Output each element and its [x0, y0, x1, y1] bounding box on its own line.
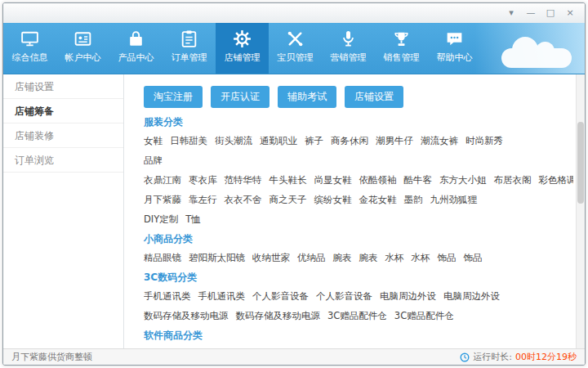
category-link[interactable]: 3C赠品配件仓	[327, 310, 387, 321]
category-row: 女鞋日韩甜美街头潮流通勤职业裤子商务休闲潮男牛仔潮流女裤时尚新秀	[144, 134, 573, 146]
category-link[interactable]: 彩色格调	[539, 174, 574, 186]
category-link[interactable]: 数码存储及移动电源	[144, 310, 229, 321]
microphone-icon	[338, 29, 359, 49]
category-link[interactable]: 水杯	[412, 252, 430, 263]
category-link[interactable]: 金花女鞋	[359, 194, 397, 205]
nav-item-shop-management[interactable]: 店铺管理	[216, 23, 269, 74]
category-link[interactable]: 品牌	[144, 155, 163, 166]
toolbar-button-shop-certification[interactable]: 开店认证	[211, 86, 270, 108]
category-row: 品牌	[144, 154, 573, 166]
category-link[interactable]: 东方大小姐	[439, 174, 487, 186]
nav-item-sales-management[interactable]: 销售管理	[375, 23, 428, 74]
titlebar: ▾ — □ ×	[3, 3, 585, 23]
minimize-button[interactable]: —	[521, 6, 541, 20]
toolbar-button-taobao-register[interactable]: 淘宝注册	[144, 86, 203, 108]
nav-item-label: 产品中心	[118, 52, 154, 64]
tools-icon	[285, 29, 305, 49]
category-link[interactable]: 潮男牛仔	[376, 135, 413, 146]
category-link[interactable]: 水杯	[385, 252, 404, 263]
category-link[interactable]: 牛头鞋长	[270, 174, 307, 186]
main-nav: 综合信息帐户中心产品中心订单管理店铺管理宝贝管理营销管理销售管理帮助中心	[3, 23, 585, 74]
category-link[interactable]: 尚显女鞋	[314, 174, 352, 186]
category-link[interactable]: 优纳品	[297, 252, 326, 263]
nav-item-account-center[interactable]: 帐户中心	[56, 23, 109, 74]
category-link[interactable]: 个人影音设备	[316, 290, 372, 302]
statusbar: 月下紫藤供货商整顿 运行时长: 00时12分19秒	[3, 348, 585, 365]
category-row: DIY定制T恤	[144, 213, 573, 225]
category-link[interactable]: 商之天子	[270, 194, 307, 205]
sidebar-item-order-browse[interactable]: 订单浏览	[3, 148, 123, 173]
category-link[interactable]: 饰品	[464, 252, 483, 263]
category-link[interactable]: 布居衣阁	[494, 174, 532, 186]
category-link[interactable]: 缤纷女鞋	[314, 194, 352, 205]
category-link[interactable]: 电脑周边外设	[443, 290, 500, 302]
nav-item-label: 销售管理	[384, 52, 420, 64]
sidebar-item-shop-decoration[interactable]: 店铺装修	[3, 123, 123, 148]
nav-item-label: 店铺管理	[225, 52, 261, 64]
category-row: 数码存储及移动电源数码存储及移动电源3C赠品配件仓3C赠品配件仓	[144, 309, 573, 321]
status-message: 月下紫藤供货商整顿	[11, 351, 92, 363]
category-link[interactable]: 饰品	[438, 252, 457, 263]
category-row: 软件类软件类	[144, 348, 573, 348]
toolbar-button-shop-settings[interactable]: 店铺设置	[345, 86, 403, 108]
category-link[interactable]: 时尚新秀	[466, 135, 503, 146]
dropdown-button[interactable]: ▾	[501, 6, 521, 20]
sidebar-item-shop-settings[interactable]: 店铺设置	[3, 74, 123, 99]
category-link[interactable]: 精品眼镜	[144, 252, 181, 263]
nav-item-product-center[interactable]: 产品中心	[109, 23, 163, 74]
category-link[interactable]: 枣衣库	[189, 174, 217, 186]
runtime-value: 00时12分19秒	[515, 351, 577, 363]
content-area: 店铺设置店铺筹备店铺装修订单浏览 淘宝注册开店认证辅助考试店铺设置 服装分类女鞋…	[3, 74, 585, 348]
category-link[interactable]: 街头潮流	[215, 135, 252, 146]
nav-item-label: 订单管理	[172, 52, 207, 64]
clipboard-icon	[179, 29, 199, 49]
sidebar: 店铺设置店铺筹备店铺装修订单浏览	[3, 74, 124, 348]
id-card-icon	[73, 29, 93, 49]
category-link[interactable]: 手机通讯类	[198, 290, 246, 302]
category-link[interactable]: 月下紫藤	[144, 194, 181, 205]
category-link[interactable]: 通勤职业	[260, 135, 297, 146]
nav-item-label: 帮助中心	[437, 52, 473, 64]
runtime-indicator: 运行时长: 00时12分19秒	[460, 351, 577, 363]
close-button[interactable]: ×	[560, 6, 580, 20]
maximize-button[interactable]: □	[541, 6, 560, 20]
category-link[interactable]: 收纳世家	[252, 252, 290, 263]
category-link[interactable]: 日韩甜美	[170, 135, 207, 146]
category-link[interactable]: 靠左行	[189, 194, 217, 205]
category-link[interactable]: 酷牛客	[404, 174, 433, 186]
content-scrollbar[interactable]	[576, 74, 585, 348]
nav-item-marketing-management[interactable]: 营销管理	[322, 23, 375, 74]
category-link[interactable]: DIY定制	[144, 213, 178, 225]
category-link[interactable]: 3C赠品配件仓	[394, 310, 454, 321]
toolbar-button-assist-exam[interactable]: 辅助考试	[278, 86, 336, 108]
category-link[interactable]: 裤子	[305, 135, 323, 146]
category-link[interactable]: 墨韵	[404, 194, 423, 205]
category-link[interactable]: 碧阳斯太阳镜	[189, 252, 245, 263]
category-link[interactable]: 商务休闲	[331, 135, 368, 146]
nav-item-help-center[interactable]: 帮助中心	[428, 23, 481, 74]
category-link[interactable]: 电脑周边外设	[380, 290, 436, 302]
category-link[interactable]: 个人影音设备	[252, 290, 309, 302]
monitor-icon	[20, 29, 40, 49]
category-link[interactable]: 腕表	[333, 252, 352, 263]
category-link[interactable]: 依酷领袖	[359, 174, 397, 186]
category-link[interactable]: 数码存储及移动电源	[236, 310, 321, 321]
category-sections: 服装分类女鞋日韩甜美街头潮流通勤职业裤子商务休闲潮男牛仔潮流女裤时尚新秀品牌衣鼎…	[144, 116, 573, 348]
sidebar-item-shop-preparation[interactable]: 店铺筹备	[3, 99, 123, 123]
nav-item-comprehensive-info[interactable]: 综合信息	[3, 23, 56, 74]
category-link[interactable]: 女鞋	[144, 135, 163, 146]
category-link[interactable]: 九州劲狐狸	[430, 194, 478, 205]
chat-icon	[444, 29, 465, 49]
category-link[interactable]: 手机通讯类	[144, 290, 191, 302]
category-link[interactable]: 范特华特	[225, 174, 262, 186]
category-link[interactable]: 衣鼎江南	[144, 174, 181, 186]
category-link[interactable]: T恤	[185, 213, 201, 225]
category-link[interactable]: 腕表	[359, 252, 378, 263]
category-link[interactable]: 潮流女裤	[421, 135, 458, 146]
nav-item-order-management[interactable]: 订单管理	[163, 23, 216, 74]
main-panel: 淘宝注册开店认证辅助考试店铺设置 服装分类女鞋日韩甜美街头潮流通勤职业裤子商务休…	[124, 74, 585, 348]
category-row: 月下紫藤靠左行衣衣不舍商之天子缤纷女鞋金花女鞋墨韵九州劲狐狸	[144, 193, 573, 205]
category-link[interactable]: 衣衣不舍	[225, 194, 262, 205]
scrollbar-thumb[interactable]	[577, 122, 584, 204]
nav-item-item-management[interactable]: 宝贝管理	[269, 23, 322, 74]
